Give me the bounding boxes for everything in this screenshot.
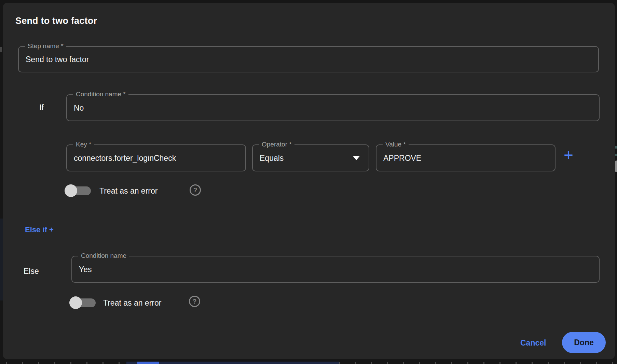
step-config-modal: Send to two factor Step name * Send to t… [3, 3, 615, 359]
else-keyword: Else [24, 266, 39, 276]
help-icon[interactable]: ? [190, 184, 201, 196]
else-treat-as-error-toggle[interactable] [69, 296, 96, 309]
add-rule-plus-icon[interactable]: + [559, 146, 578, 165]
canvas-node-sliver-icon [615, 146, 617, 149]
rule-key-value: connectors.forter_loginCheck [74, 153, 176, 163]
rule-key-field[interactable]: Key * connectors.forter_loginCheck [66, 144, 246, 171]
canvas-edge-mark [0, 47, 2, 52]
scrollbar-thumb[interactable] [615, 160, 617, 172]
modal-title: Send to two factor [15, 15, 97, 27]
done-button[interactable]: Done [562, 332, 606, 353]
rule-operator-select[interactable]: Operator * Equals [252, 144, 369, 171]
if-condition-name-field[interactable]: Condition name * No [66, 94, 600, 121]
else-condition-name-label: Condition name [78, 252, 129, 260]
rule-operator-label: Operator * [259, 140, 294, 149]
app-screen: Send to two factor Step name * Send to t… [0, 0, 617, 364]
if-keyword: If [39, 103, 44, 112]
rule-value-value: APPROVE [383, 153, 421, 163]
cancel-button[interactable]: Cancel [520, 338, 546, 348]
dropdown-arrow-icon [353, 156, 360, 160]
else-condition-name-value: Yes [79, 265, 92, 274]
canvas-ruler-ticks [6, 362, 126, 364]
if-condition-name-value: No [74, 103, 84, 112]
else-condition-name-field[interactable]: Condition name Yes [71, 256, 600, 283]
rule-value-field[interactable]: Value * APPROVE [376, 144, 556, 171]
if-condition-name-label: Condition name * [73, 90, 128, 98]
else-if-add-link[interactable]: Else if + [25, 225, 54, 234]
toggle-thumb [65, 184, 77, 197]
step-name-value: Send to two factor [26, 55, 89, 64]
rule-value-label: Value * [383, 140, 409, 149]
if-treat-as-error-toggle[interactable] [65, 184, 91, 197]
canvas-ruler-ticks [339, 362, 614, 364]
canvas-ruler-highlight [137, 362, 159, 364]
step-name-field[interactable]: Step name * Send to two factor [18, 46, 599, 72]
else-treat-as-error-label: Treat as an error [103, 298, 161, 308]
help-icon[interactable]: ? [189, 296, 200, 307]
canvas-node-sliver-icon [615, 154, 617, 156]
if-treat-as-error-label: Treat as an error [99, 186, 157, 196]
canvas-edge-tint [0, 219, 3, 300]
rule-operator-value: Equals [260, 153, 284, 163]
rule-key-label: Key * [73, 140, 94, 149]
step-name-label: Step name * [25, 42, 66, 50]
toggle-thumb [69, 296, 82, 309]
